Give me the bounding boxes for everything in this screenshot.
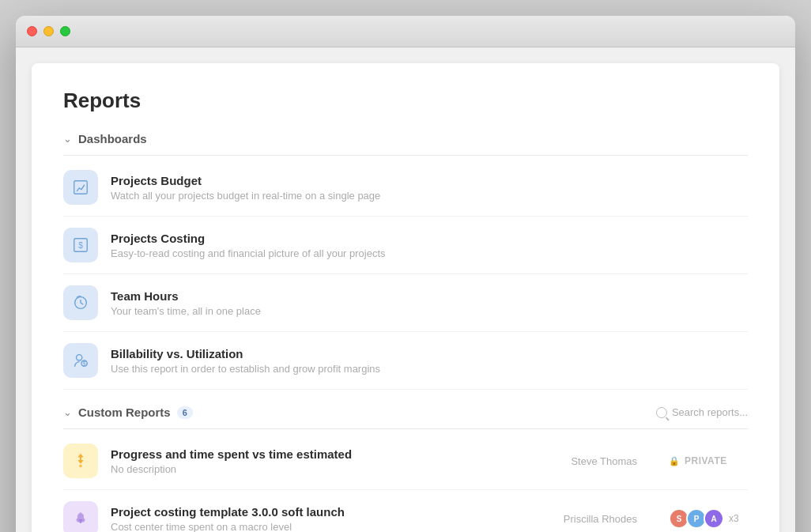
projects-costing-desc: Easy-to-read costing and financial pictu… — [111, 247, 748, 259]
custom-reports-chevron-icon[interactable]: ⌄ — [63, 406, 72, 418]
billability-name: Billability vs. Utilization — [111, 347, 748, 360]
team-hours-icon — [63, 285, 98, 320]
progress-time-info: Progress and time spent vs time estimate… — [111, 447, 530, 475]
project-costing-icon — [63, 501, 98, 532]
dashboards-section-title: Dashboards — [78, 132, 147, 145]
list-item[interactable]: Progress and time spent vs time estimate… — [63, 432, 748, 490]
list-item[interactable]: Projects Budget Watch all your projects … — [63, 159, 748, 217]
billability-desc: Use this report in order to establish an… — [111, 363, 748, 375]
dashboards-section-header: ⌄ Dashboards — [63, 132, 748, 156]
titlebar — [16, 16, 795, 47]
project-costing-info: Project costing template 3.0.0 soft laun… — [111, 505, 530, 533]
projects-budget-desc: Watch all your projects budget in real-t… — [111, 190, 748, 202]
list-item[interactable]: $ Billability vs. Utilization Use this r… — [63, 332, 748, 390]
projects-budget-name: Projects Budget — [111, 174, 748, 187]
custom-reports-section-header: ⌄ Custom Reports 6 Search reports... — [63, 406, 748, 429]
close-button[interactable] — [27, 26, 37, 36]
progress-time-author: Steve Thomas — [542, 455, 637, 467]
svg-text:$: $ — [78, 241, 83, 250]
team-hours-info: Team Hours Your team's time, all in one … — [111, 289, 748, 317]
page-title: Reports — [63, 89, 748, 113]
progress-time-desc: No description — [111, 463, 530, 475]
custom-reports-list: Progress and time spent vs time estimate… — [63, 432, 748, 532]
maximize-button[interactable] — [60, 26, 70, 36]
main-content: Reports ⌄ Dashboards Projects Budget Wat… — [32, 63, 779, 532]
progress-time-icon — [63, 443, 98, 478]
dashboard-items-list: Projects Budget Watch all your projects … — [63, 159, 748, 390]
progress-time-meta: Steve Thomas 🔒 PRIVATE — [542, 455, 748, 467]
svg-point-4 — [77, 355, 82, 360]
progress-time-name: Progress and time spent vs time estimate… — [111, 447, 530, 461]
dashboards-chevron-icon[interactable]: ⌄ — [63, 133, 72, 145]
svg-point-8 — [80, 521, 82, 523]
projects-costing-name: Projects Costing — [111, 232, 748, 245]
team-hours-name: Team Hours — [111, 289, 748, 303]
avatar-count: x3 — [729, 513, 739, 524]
private-label: PRIVATE — [685, 455, 727, 466]
project-costing-name: Project costing template 3.0.0 soft laun… — [111, 505, 530, 519]
search-placeholder: Search reports... — [672, 406, 748, 418]
custom-reports-section-title: Custom Reports — [78, 406, 171, 419]
lock-icon: 🔒 — [669, 456, 680, 466]
list-item[interactable]: $ Projects Costing Easy-to-read costing … — [63, 217, 748, 274]
projects-budget-icon — [63, 170, 98, 205]
project-costing-meta: Priscilla Rhodes S P A x3 — [542, 508, 748, 529]
svg-point-7 — [79, 465, 82, 468]
search-area[interactable]: Search reports... — [656, 406, 748, 418]
minimize-button[interactable] — [43, 26, 54, 36]
custom-reports-badge: 6 — [177, 406, 193, 419]
progress-time-visibility: 🔒 PRIVATE — [669, 455, 748, 466]
billability-icon: $ — [63, 343, 98, 378]
svg-rect-0 — [74, 181, 88, 194]
projects-costing-info: Projects Costing Easy-to-read costing an… — [111, 232, 748, 259]
projects-costing-icon: $ — [63, 228, 98, 262]
project-costing-author: Priscilla Rhodes — [542, 513, 637, 525]
team-hours-desc: Your team's time, all in one place — [111, 305, 748, 317]
app-window: Reports ⌄ Dashboards Projects Budget Wat… — [16, 16, 795, 532]
project-costing-desc: Cost center time spent on a macro level — [111, 521, 530, 533]
project-costing-avatars: S P A x3 — [669, 508, 748, 529]
billability-info: Billability vs. Utilization Use this rep… — [111, 347, 748, 375]
search-icon — [656, 407, 667, 418]
list-item[interactable]: Team Hours Your team's time, all in one … — [63, 274, 748, 332]
avatar: A — [703, 508, 724, 529]
list-item[interactable]: Project costing template 3.0.0 soft laun… — [63, 490, 748, 532]
projects-budget-info: Projects Budget Watch all your projects … — [111, 174, 748, 202]
